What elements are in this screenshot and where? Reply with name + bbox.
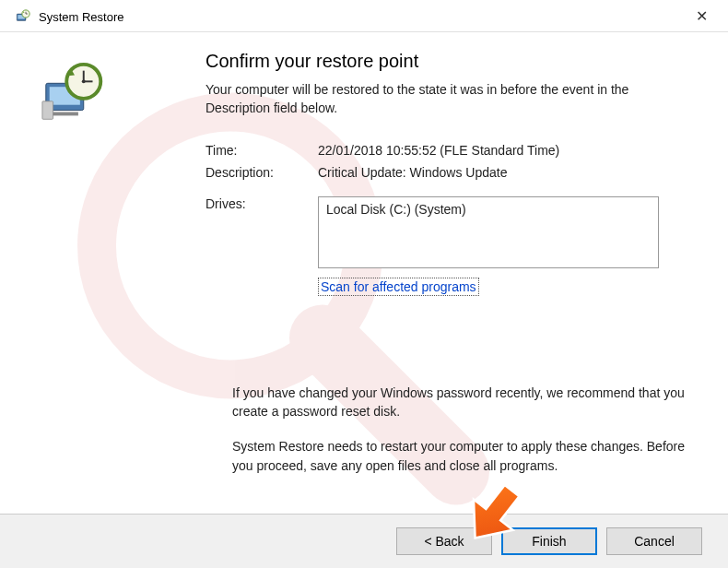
svg-rect-10 [42,101,53,120]
time-value: 22/01/2018 10:55:52 (FLE Standard Time) [318,143,693,158]
back-button[interactable]: < Back [396,527,492,555]
page-subtitle: Your computer will be restored to the st… [205,81,693,117]
time-label: Time: [205,143,318,158]
password-note: If you have changed your Windows passwor… [232,384,693,421]
system-restore-icon [15,8,31,25]
content-area: Confirm your restore point Your computer… [0,32,728,493]
drives-listbox[interactable]: Local Disk (C:) (System) [318,196,659,268]
drives-item: Local Disk (C:) (System) [326,202,651,217]
footer-buttons: < Back Finish Cancel [0,514,728,568]
window-title: System Restore [39,10,123,24]
restart-note: System Restore needs to restart your com… [232,437,693,475]
cancel-button[interactable]: Cancel [606,527,702,555]
close-button[interactable]: ✕ [687,7,717,26]
wizard-restore-icon [39,119,111,133]
svg-point-14 [82,79,86,83]
titlebar: System Restore ✕ [0,0,728,32]
page-heading: Confirm your restore point [205,51,693,72]
description-label: Description: [205,165,318,180]
svg-rect-9 [52,112,78,116]
description-value: Critical Update: Windows Update [318,165,693,180]
finish-button[interactable]: Finish [501,527,597,555]
scan-affected-programs-link[interactable]: Scan for affected programs [318,278,479,296]
drives-label: Drives: [205,196,318,268]
